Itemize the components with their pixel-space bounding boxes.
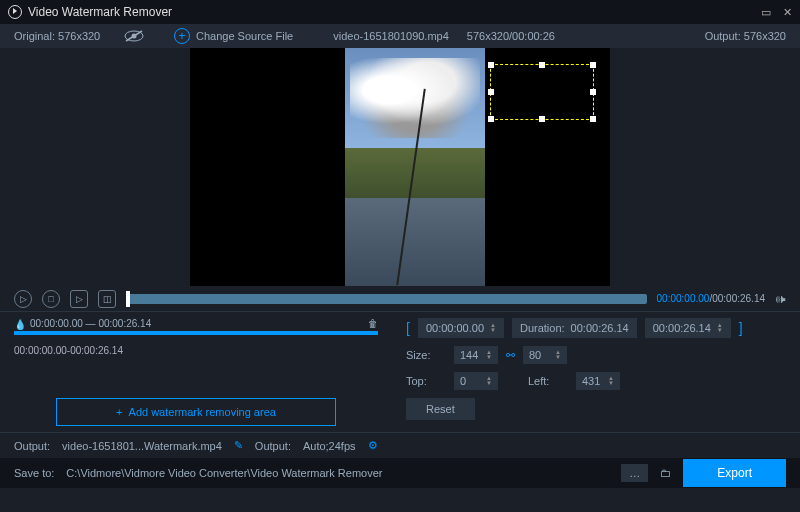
top-label: Top:	[406, 375, 446, 387]
handle-tl[interactable]	[488, 62, 494, 68]
timeline-thumb[interactable]	[126, 291, 130, 307]
link-icon[interactable]: ⚯	[506, 349, 515, 362]
mark-button[interactable]: ◫	[98, 290, 116, 308]
settings-icon[interactable]: ⚙	[368, 439, 378, 452]
handle-bm[interactable]	[539, 116, 545, 122]
preview-area	[0, 48, 800, 286]
left-label: Left:	[528, 375, 568, 387]
save-bar: Save to: C:\Vidmore\Vidmore Video Conver…	[0, 458, 800, 488]
info-bar: Original: 576x320 + Change Source File v…	[0, 24, 800, 48]
delete-segment-icon[interactable]: 🗑	[368, 318, 378, 329]
properties-panel: [ 00:00:00.00▲▼ Duration:00:00:26.14 00:…	[392, 312, 800, 432]
add-source-icon[interactable]: +	[174, 28, 190, 44]
edit-filename-icon[interactable]: ✎	[234, 439, 243, 452]
output-dim-label: Output: 576x320	[705, 30, 786, 42]
segment-time: 00:00:00.00-00:00:26.14	[14, 345, 378, 356]
selection-box[interactable]	[490, 64, 594, 120]
output-filename: video-1651801...Watermark.mp4	[62, 440, 222, 452]
height-input[interactable]: 80▲▼	[523, 346, 567, 364]
app-title: Video Watermark Remover	[28, 5, 761, 19]
reset-button[interactable]: Reset	[406, 398, 475, 420]
original-label: Original: 576x320	[14, 30, 124, 42]
handle-mr[interactable]	[590, 89, 596, 95]
bracket-right-icon[interactable]: ]	[739, 320, 743, 336]
output-label-1: Output:	[14, 440, 50, 452]
open-folder-icon[interactable]: 🗀	[660, 467, 671, 479]
top-input[interactable]: 0▲▼	[454, 372, 498, 390]
handle-bl[interactable]	[488, 116, 494, 122]
source-fileinfo: 576x320/00:00:26	[467, 30, 555, 42]
minimize-icon[interactable]: ▭	[761, 6, 771, 19]
size-label: Size:	[406, 349, 446, 361]
step-button[interactable]: ▷	[70, 290, 88, 308]
handle-br[interactable]	[590, 116, 596, 122]
play-button[interactable]: ▷	[14, 290, 32, 308]
app-logo-icon	[8, 5, 22, 19]
segment-range: 00:00:00.00 — 00:00:26.14	[30, 318, 151, 329]
window-controls: ▭ ✕	[761, 6, 792, 19]
time-display: 00:00:00.00/00:00:26.14	[657, 293, 765, 304]
bracket-left-icon[interactable]: [	[406, 320, 410, 336]
handle-tr[interactable]	[590, 62, 596, 68]
drop-icon: 💧	[14, 319, 24, 329]
timeline-track[interactable]	[126, 294, 647, 304]
export-button[interactable]: Export	[683, 459, 786, 487]
left-input[interactable]: 431▲▼	[576, 372, 620, 390]
save-path: C:\Vidmore\Vidmore Video Converter\Video…	[66, 467, 609, 479]
title-bar: Video Watermark Remover ▭ ✕	[0, 0, 800, 24]
video-frame[interactable]	[190, 48, 610, 286]
start-time-input[interactable]: 00:00:00.00▲▼	[418, 318, 504, 338]
segment-row[interactable]: 💧 00:00:00.00 — 00:00:26.14 🗑	[14, 318, 378, 329]
preview-toggle-icon[interactable]	[124, 30, 144, 42]
duration-input[interactable]: Duration:00:00:26.14	[512, 318, 637, 338]
output-label-2: Output:	[255, 440, 291, 452]
segments-panel: 💧 00:00:00.00 — 00:00:26.14 🗑 00:00:00.0…	[0, 312, 392, 432]
stop-button[interactable]: □	[42, 290, 60, 308]
handle-ml[interactable]	[488, 89, 494, 95]
handle-tm[interactable]	[539, 62, 545, 68]
volume-icon[interactable]: 🕪	[775, 293, 786, 305]
close-icon[interactable]: ✕	[783, 6, 792, 19]
source-filename: video-1651801090.mp4	[333, 30, 449, 42]
save-to-label: Save to:	[14, 467, 54, 479]
output-format: Auto;24fps	[303, 440, 356, 452]
browse-button[interactable]: …	[621, 464, 648, 482]
end-time-input[interactable]: 00:00:26.14▲▼	[645, 318, 731, 338]
change-source-button[interactable]: Change Source File	[196, 30, 293, 42]
width-input[interactable]: 144▲▼	[454, 346, 498, 364]
playback-bar: ▷ □ ▷ ◫ 00:00:00.00/00:00:26.14 🕪	[0, 286, 800, 312]
add-area-button[interactable]: +Add watermark removing area	[56, 398, 336, 426]
output-settings-bar: Output: video-1651801...Watermark.mp4 ✎ …	[0, 432, 800, 458]
segment-bar[interactable]	[14, 331, 378, 335]
